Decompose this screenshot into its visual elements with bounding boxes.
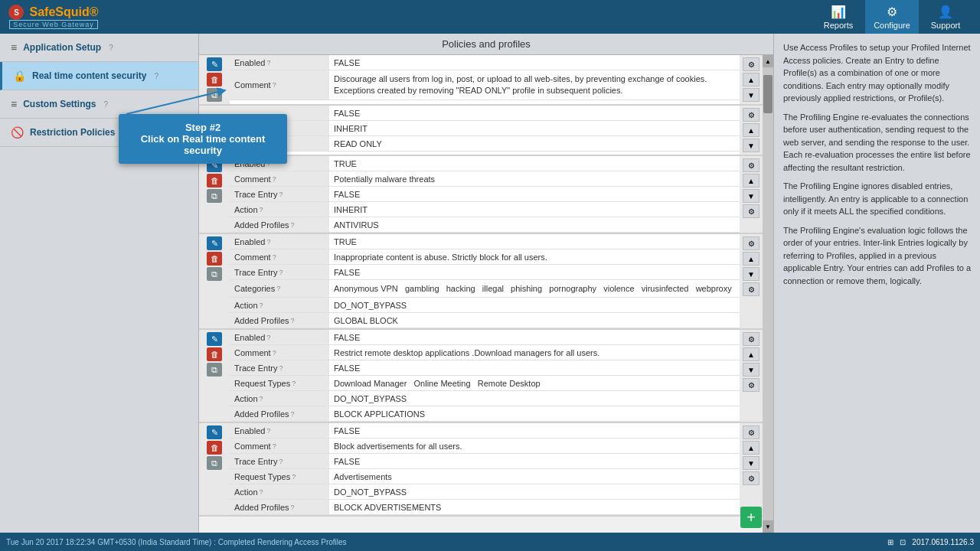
callout-text: Click on Real time content security <box>131 133 275 156</box>
page-title: Policies and profiles <box>199 34 773 55</box>
delete-btn-3[interactable]: 🗑 <box>207 174 222 187</box>
field-row: Comment ? Discourage all users from log … <box>230 70 740 100</box>
extra-btn-5[interactable]: ⚙ <box>743 378 760 392</box>
copy-btn-5[interactable]: ⧉ <box>207 363 222 377</box>
main-layout: ≡ Application Setup ? 🔒 Real time conten… <box>0 34 980 533</box>
copy-btn-4[interactable]: ⧉ <box>207 267 222 281</box>
field-label: Comment ? <box>230 345 329 360</box>
logo-image: S SafeSquid® Secure Web Gateway <box>8 3 100 31</box>
field-value: DO_NOT_BYPASS <box>329 391 740 406</box>
center-content: Policies and profiles ✎ 🗑 ⧉ Enabled ? <box>199 34 773 533</box>
app-setup-icon: ≡ <box>11 41 17 54</box>
field-label: Enabled ? <box>230 423 329 438</box>
up-btn-4[interactable]: ▲ <box>743 252 760 266</box>
copy-btn-6[interactable]: ⧉ <box>207 456 222 470</box>
realtime-icon: 🔒 <box>13 70 26 82</box>
field-value: Inappropriate content is abuse. Strictly… <box>329 249 740 264</box>
support-icon: 👤 <box>938 5 953 19</box>
field-row: Enabled ? TRUE <box>230 234 740 249</box>
settings-btn-6[interactable]: ⚙ <box>743 425 760 439</box>
policy-5-right: ⚙ ▲ ▼ ⚙ <box>740 330 763 422</box>
field-row: Request Types ? Download Manager Online … <box>230 376 740 391</box>
field-row: Comment ? Inappropriate content is abuse… <box>230 249 740 265</box>
policy-entry-5: ✎ 🗑 ⧉ Enabled ? FALSE Comment ? Rest <box>199 330 763 423</box>
policy-6-fields: Enabled ? FALSE Comment ? Block advertis… <box>230 423 740 515</box>
down-btn-2[interactable]: ▼ <box>743 139 760 152</box>
add-policy-button[interactable]: + <box>740 507 762 528</box>
status-right: ⊞ ⊡ 2017.0619.1126.3 <box>887 538 974 546</box>
up-btn-6[interactable]: ▲ <box>743 441 760 455</box>
field-value: Potentially malware threats <box>329 171 740 186</box>
field-value: INHERIT <box>329 202 740 217</box>
field-row: Comment ? Block advertisements for all u… <box>230 439 740 454</box>
field-value: BLOCK ADVERTISEMENTS <box>329 500 740 514</box>
nav-reports[interactable]: 📊 Reports <box>812 0 865 34</box>
down-btn-6[interactable]: ▼ <box>743 456 760 470</box>
field-row: Enabled ? FALSE <box>230 423 740 439</box>
settings-btn-5[interactable]: ⚙ <box>743 332 760 346</box>
extra-btn-3[interactable]: ⚙ <box>743 204 760 218</box>
settings-btn-2[interactable]: ⚙ <box>743 108 760 122</box>
down-btn-1[interactable]: ▼ <box>743 88 760 102</box>
down-btn-4[interactable]: ▼ <box>743 267 760 281</box>
delete-btn-4[interactable]: 🗑 <box>207 252 222 266</box>
field-row: Comment ? Restrict remote desktop applic… <box>230 345 740 360</box>
settings-btn-4[interactable]: ⚙ <box>743 236 760 250</box>
field-label: Trace Entry ? <box>230 454 329 468</box>
edit-btn-4[interactable]: ✎ <box>207 236 222 250</box>
svg-line-0 <box>126 91 222 114</box>
nav-configure[interactable]: ⚙ Configure <box>865 0 919 34</box>
vertical-scrollbar[interactable]: ▲ ▼ <box>763 55 773 533</box>
scroll-down-btn[interactable]: ▼ <box>763 520 773 533</box>
field-row: Action ? DO_NOT_BYPASS <box>230 298 740 313</box>
field-label: Added Profiles ? <box>230 500 329 514</box>
field-value: TRUE <box>329 156 740 171</box>
extra-btn-6[interactable]: ⚙ <box>743 471 760 485</box>
policy-4-actions: ✎ 🗑 ⧉ <box>199 234 230 328</box>
up-btn-2[interactable]: ▲ <box>743 123 760 137</box>
delete-btn-1[interactable]: 🗑 <box>207 73 222 86</box>
down-btn-3[interactable]: ▼ <box>743 189 760 203</box>
field-row: Trace Entry ? FALSE <box>230 360 740 376</box>
field-row: READ ONLY <box>230 136 740 152</box>
field-row: Trace Entry ? FALSE <box>230 187 740 202</box>
field-value: Restrict remote desktop applications .Do… <box>329 345 740 360</box>
edit-btn-5[interactable]: ✎ <box>207 332 222 346</box>
app-setup-help: ? <box>109 44 113 52</box>
field-label: Action ? <box>230 298 329 312</box>
up-btn-3[interactable]: ▲ <box>743 174 760 187</box>
policy-5-fields: Enabled ? FALSE Comment ? Restrict remot… <box>230 330 740 422</box>
field-value: INHERIT <box>329 121 740 135</box>
custom-settings-help: ? <box>104 100 109 109</box>
policy-4-right: ⚙ ▲ ▼ ⚙ <box>740 234 763 328</box>
status-text: Tue Jun 20 2017 18:22:34 GMT+0530 (India… <box>6 538 347 546</box>
sidebar-item-app-setup[interactable]: ≡ Application Setup ? <box>0 34 198 62</box>
up-btn-5[interactable]: ▲ <box>743 347 760 361</box>
edit-btn-6[interactable]: ✎ <box>207 425 222 439</box>
settings-btn-1[interactable]: ⚙ <box>743 57 760 71</box>
field-label: Action ? <box>230 391 329 406</box>
up-btn-1[interactable]: ▲ <box>743 73 760 86</box>
down-btn-5[interactable]: ▼ <box>743 363 760 377</box>
field-label: Trace Entry ? <box>230 360 329 375</box>
field-label: Trace Entry ? <box>230 265 329 279</box>
field-label: Comment ? <box>230 171 329 186</box>
copy-btn-3[interactable]: ⧉ <box>207 189 222 203</box>
settings-btn-3[interactable]: ⚙ <box>743 158 760 172</box>
right-sidebar-text-4: The Profiling Engine's evaluation logic … <box>783 224 971 288</box>
field-row: Enabled ? TRUE <box>230 156 740 171</box>
delete-btn-6[interactable]: 🗑 <box>207 441 222 455</box>
status-bar: Tue Jun 20 2017 18:22:34 GMT+0530 (India… <box>0 533 980 551</box>
delete-btn-5[interactable]: 🗑 <box>207 347 222 361</box>
field-row: Request Types ? Advertisements <box>230 469 740 484</box>
nav-support[interactable]: 👤 Support <box>919 0 972 34</box>
field-row: FALSE <box>230 106 740 121</box>
sidebar-item-realtime[interactable]: 🔒 Real time content security ? <box>0 62 198 90</box>
policy-1-fields: Enabled ? FALSE Comment ? Discourage all… <box>230 55 740 104</box>
edit-btn-1[interactable]: ✎ <box>207 57 222 71</box>
scroll-up-btn[interactable]: ▲ <box>763 55 773 67</box>
extra-btn-4[interactable]: ⚙ <box>743 282 760 296</box>
field-label: Comment ? <box>230 439 329 453</box>
field-row: Comment ? Potentially malware threats <box>230 171 740 187</box>
policy-3-actions: ✎ 🗑 ⧉ <box>199 156 230 233</box>
